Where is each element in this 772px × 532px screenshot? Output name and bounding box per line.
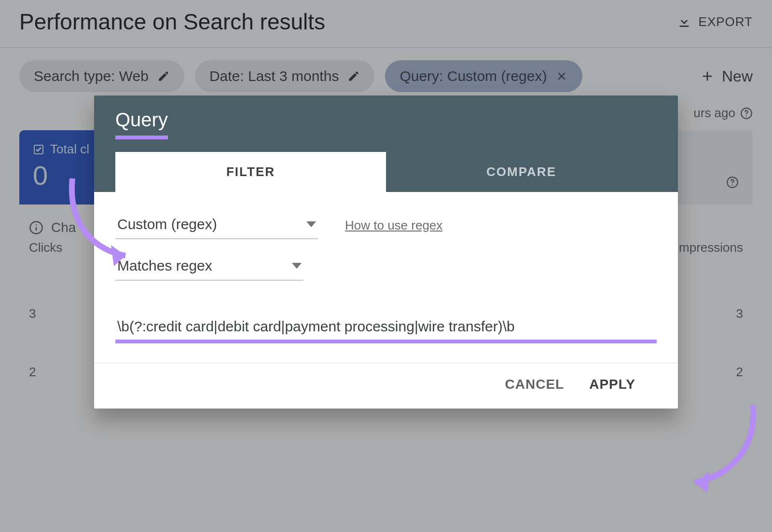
regex-input[interactable] (115, 308, 657, 343)
chevron-down-icon (306, 221, 316, 227)
chevron-down-icon (292, 263, 302, 269)
tab-compare[interactable]: COMPARE (386, 152, 657, 192)
dialog-actions: CANCEL APPLY (115, 363, 657, 409)
match-mode-value: Matches regex (117, 258, 212, 274)
query-filter-dialog: Query FILTER COMPARE Custom (regex) How … (94, 95, 678, 409)
filter-mode-select[interactable]: Custom (regex) (115, 211, 318, 239)
dialog-tabs: FILTER COMPARE (115, 152, 657, 192)
filter-mode-value: Custom (regex) (117, 216, 217, 232)
cancel-button[interactable]: CANCEL (505, 377, 565, 392)
dialog-header: Query FILTER COMPARE (94, 95, 678, 192)
apply-button[interactable]: APPLY (589, 377, 635, 392)
dialog-title: Query (115, 109, 168, 139)
dialog-body: Custom (regex) How to use regex Matches … (94, 192, 678, 409)
match-mode-select[interactable]: Matches regex (115, 253, 303, 281)
regex-help-link[interactable]: How to use regex (345, 218, 442, 233)
tab-filter[interactable]: FILTER (115, 152, 386, 192)
modal-scrim[interactable]: Query FILTER COMPARE Custom (regex) How … (0, 0, 772, 532)
